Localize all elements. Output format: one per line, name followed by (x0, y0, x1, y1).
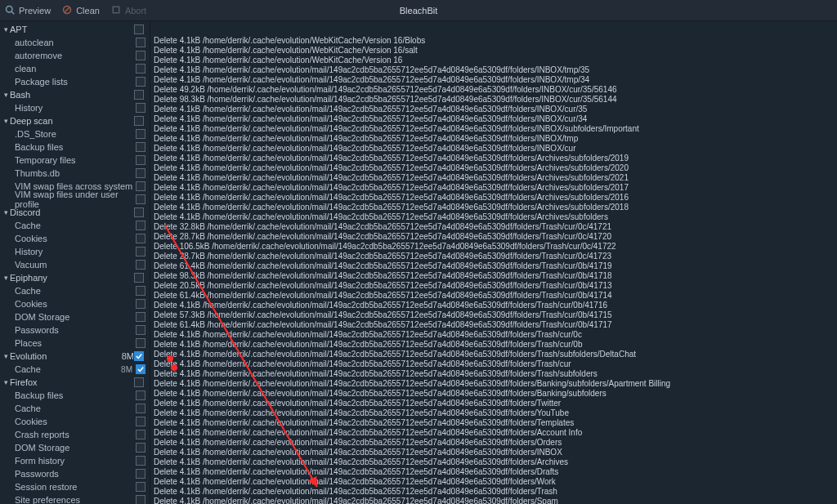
sidebar-item[interactable]: History (0, 245, 150, 258)
sidebar-item[interactable]: Site preferences (0, 493, 150, 504)
checkbox[interactable] (136, 338, 145, 348)
checkbox[interactable] (136, 417, 145, 426)
sidebar-group[interactable]: ▾Firefox (0, 376, 150, 389)
abort-button[interactable]: Abort (111, 5, 146, 16)
sidebar-group-label: APT (10, 25, 134, 34)
sidebar-item[interactable]: Backup files (0, 140, 150, 154)
checkbox[interactable] (136, 312, 145, 322)
clean-button[interactable]: Clean (62, 5, 100, 16)
sidebar-item-label: .DS_Store (15, 129, 136, 139)
log-line: Delete 98.3kB /home/derrik/.cache/evolut… (154, 271, 837, 281)
checkbox[interactable] (136, 38, 145, 47)
checkbox[interactable] (136, 234, 145, 243)
sidebar-item[interactable]: History (0, 101, 150, 114)
checkbox[interactable] (136, 430, 145, 439)
log-line: Delete 4.1kB /home/derrik/.cache/evoluti… (154, 36, 837, 46)
sidebar-group[interactable]: ▾Bash (0, 88, 150, 101)
sidebar-item[interactable]: autoremove (0, 49, 150, 62)
checkbox[interactable] (136, 103, 145, 113)
checkbox[interactable] (136, 77, 145, 87)
sidebar-item[interactable]: clean (0, 62, 150, 75)
checkbox[interactable] (136, 286, 145, 296)
log-line: Delete 98.3kB /home/derrik/.cache/evolut… (154, 95, 837, 105)
sidebar-item[interactable]: Passwords (0, 323, 150, 337)
sidebar[interactable]: ▾APTautocleanautoremovecleanPackage list… (0, 21, 150, 504)
sidebar-group[interactable]: ▾Epiphany (0, 271, 150, 284)
sidebar-item[interactable]: autoclean (0, 36, 150, 49)
sidebar-item[interactable]: VIM swap files under user profile (0, 193, 150, 206)
checkbox[interactable] (136, 181, 145, 191)
chevron-down-icon: ▾ (2, 352, 10, 360)
sidebar-group-label: Evolution (10, 351, 122, 361)
sidebar-item-label: Form history (15, 456, 136, 466)
checkbox[interactable] (136, 299, 145, 309)
sidebar-group[interactable]: ▾APT (0, 23, 150, 36)
checkbox[interactable] (136, 129, 145, 139)
checkbox[interactable] (134, 90, 144, 100)
sidebar-item[interactable]: Session restore (0, 480, 150, 493)
sidebar-group-label: Discord (10, 207, 134, 217)
checkbox[interactable] (134, 351, 144, 361)
sidebar-item[interactable]: DOM Storage (0, 441, 150, 454)
preview-button[interactable]: Preview (5, 5, 51, 16)
checkbox[interactable] (136, 221, 145, 230)
sidebar-item[interactable]: Places (0, 337, 150, 350)
checkbox[interactable] (136, 325, 145, 335)
sidebar-group[interactable]: ▾Deep scan (0, 114, 150, 127)
sidebar-item[interactable]: Cache (0, 284, 150, 297)
chevron-down-icon: ▾ (2, 274, 10, 282)
checkbox[interactable] (136, 495, 145, 504)
checkbox[interactable] (136, 168, 145, 178)
checkbox[interactable] (136, 194, 145, 204)
sidebar-item[interactable]: Cache (0, 219, 150, 232)
log-line: Delete 4.1kB /home/derrik/.cache/evoluti… (154, 379, 837, 389)
sidebar-size: 8M (122, 351, 134, 361)
log-line: Delete 4.1kB /home/derrik/.cache/evoluti… (154, 369, 837, 379)
log-line: Delete 4.1kB /home/derrik/.cache/evoluti… (154, 46, 837, 56)
checkbox[interactable] (136, 247, 145, 256)
checkbox[interactable] (134, 377, 144, 387)
sidebar-item[interactable]: Cookies (0, 415, 150, 428)
checkbox[interactable] (134, 116, 144, 126)
checkbox[interactable] (136, 260, 145, 270)
sidebar-item[interactable]: Crash reports (0, 428, 150, 441)
chevron-down-icon: ▾ (2, 91, 10, 99)
log-line: Delete 4.1kB /home/derrik/.cache/evoluti… (154, 418, 837, 428)
checkbox[interactable] (134, 273, 144, 283)
sidebar-item[interactable]: DOM Storage (0, 310, 150, 323)
sidebar-item[interactable]: Vacuum (0, 258, 150, 271)
sidebar-item[interactable]: Cookies (0, 232, 150, 245)
chevron-down-icon: ▾ (2, 117, 10, 125)
checkbox[interactable] (136, 64, 145, 74)
checkbox[interactable] (136, 390, 145, 400)
checkbox[interactable] (136, 364, 145, 374)
checkbox[interactable] (136, 51, 145, 60)
log-line: Delete 61.4kB /home/derrik/.cache/evolut… (154, 291, 837, 301)
sidebar-item[interactable]: Passwords (0, 467, 150, 480)
sidebar-item[interactable]: Package lists (0, 75, 150, 88)
checkbox[interactable] (136, 469, 145, 479)
checkbox[interactable] (136, 482, 145, 492)
sidebar-group[interactable]: ▾Discord (0, 206, 150, 219)
checkbox[interactable] (134, 25, 144, 34)
sidebar-item[interactable]: Cache (0, 402, 150, 415)
sidebar-item[interactable]: .DS_Store (0, 127, 150, 140)
sidebar-group[interactable]: ▾Evolution8M (0, 350, 150, 363)
checkbox[interactable] (136, 155, 145, 165)
sidebar-item[interactable]: Backup files (0, 389, 150, 402)
checkbox[interactable] (136, 404, 145, 413)
checkbox[interactable] (136, 142, 145, 152)
log-pane[interactable]: Delete 4.1kB /home/derrik/.cache/evoluti… (150, 21, 837, 504)
sidebar-item[interactable]: Temporary files (0, 154, 150, 167)
checkbox[interactable] (136, 443, 145, 453)
chevron-down-icon: ▾ (2, 208, 10, 216)
sidebar-item-label: Session restore (15, 482, 136, 492)
sidebar-item[interactable]: Form history (0, 454, 150, 467)
sidebar-item[interactable]: Thumbs.db (0, 167, 150, 180)
checkbox[interactable] (134, 207, 144, 217)
sidebar-item[interactable]: Cache8M (0, 363, 150, 376)
checkbox[interactable] (136, 456, 145, 466)
sidebar-item-label: History (15, 247, 136, 256)
sidebar-item[interactable]: Cookies (0, 297, 150, 310)
sidebar-item-label: Backup files (15, 390, 136, 400)
